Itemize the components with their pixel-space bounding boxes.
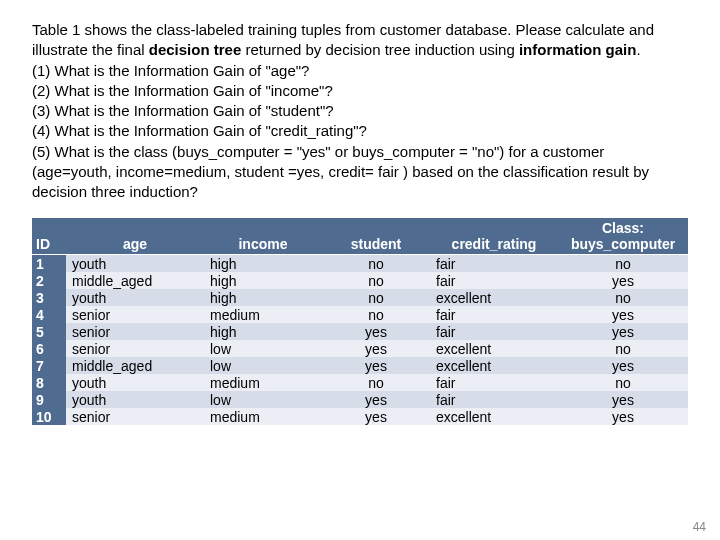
cell-income: medium [204,374,322,391]
cell-income: low [204,357,322,374]
cell-credit: fair [430,374,558,391]
cell-id: 6 [32,340,66,357]
cell-credit: fair [430,255,558,273]
cell-class: no [558,289,688,306]
cell-income: low [204,391,322,408]
cell-age: senior [66,408,204,425]
header-class: Class: buys_computer [558,218,688,255]
cell-student: no [322,255,430,273]
header-age: age [66,218,204,255]
cell-student: no [322,374,430,391]
cell-age: senior [66,306,204,323]
header-id: ID [32,218,66,255]
cell-income: high [204,255,322,273]
cell-id: 5 [32,323,66,340]
cell-student: no [322,289,430,306]
cell-class: yes [558,306,688,323]
intro-part-e: . [636,41,640,58]
cell-income: medium [204,408,322,425]
cell-income: high [204,272,322,289]
intro-bold-2: information gain [519,41,637,58]
cell-age: youth [66,374,204,391]
cell-age: youth [66,391,204,408]
cell-age: senior [66,340,204,357]
cell-credit: fair [430,272,558,289]
cell-class: yes [558,272,688,289]
question-4: (4) What is the Information Gain of "cre… [32,121,688,141]
cell-credit: excellent [430,408,558,425]
cell-class: no [558,340,688,357]
cell-income: high [204,289,322,306]
table-row: 4seniormediumnofairyes [32,306,688,323]
cell-class: yes [558,357,688,374]
table-row: 1youthhighnofairno [32,255,688,273]
table-row: 7middle_agedlowyesexcellentyes [32,357,688,374]
question-5: (5) What is the class (buys_computer = "… [32,142,688,203]
table-row: 6seniorlowyesexcellentno [32,340,688,357]
cell-credit: excellent [430,357,558,374]
header-class-line1: Class: [602,220,644,236]
page-number: 44 [693,520,706,534]
cell-age: senior [66,323,204,340]
cell-id: 9 [32,391,66,408]
header-credit: credit_rating [430,218,558,255]
cell-id: 1 [32,255,66,273]
cell-id: 2 [32,272,66,289]
question-1: (1) What is the Information Gain of "age… [32,61,688,81]
cell-credit: fair [430,391,558,408]
cell-id: 4 [32,306,66,323]
cell-id: 7 [32,357,66,374]
cell-class: yes [558,323,688,340]
cell-student: yes [322,357,430,374]
cell-age: youth [66,289,204,306]
cell-class: no [558,255,688,273]
table-row: 9youthlowyesfairyes [32,391,688,408]
cell-class: yes [558,408,688,425]
data-table: ID age income student credit_rating Clas… [32,218,688,425]
cell-age: middle_aged [66,272,204,289]
cell-income: medium [204,306,322,323]
cell-credit: fair [430,306,558,323]
table-row: 10seniormediumyesexcellentyes [32,408,688,425]
cell-id: 3 [32,289,66,306]
cell-age: youth [66,255,204,273]
cell-student: no [322,306,430,323]
header-student: student [322,218,430,255]
cell-credit: fair [430,323,558,340]
intro-part-c: returned by decision tree induction usin… [241,41,519,58]
cell-student: yes [322,340,430,357]
cell-credit: excellent [430,289,558,306]
header-income: income [204,218,322,255]
cell-student: yes [322,323,430,340]
cell-age: middle_aged [66,357,204,374]
table-row: 8youthmediumnofairno [32,374,688,391]
cell-income: low [204,340,322,357]
question-3: (3) What is the Information Gain of "stu… [32,101,688,121]
intro-bold-1: decision tree [149,41,242,58]
question-2: (2) What is the Information Gain of "inc… [32,81,688,101]
cell-credit: excellent [430,340,558,357]
cell-student: no [322,272,430,289]
question-block: Table 1 shows the class-labeled training… [32,20,688,202]
cell-class: yes [558,391,688,408]
table-row: 5seniorhighyesfairyes [32,323,688,340]
header-class-line2: buys_computer [571,236,675,252]
cell-id: 10 [32,408,66,425]
table-row: 2middle_agedhighnofairyes [32,272,688,289]
cell-income: high [204,323,322,340]
cell-student: yes [322,408,430,425]
cell-class: no [558,374,688,391]
cell-id: 8 [32,374,66,391]
table-row: 3youthhighnoexcellentno [32,289,688,306]
cell-student: yes [322,391,430,408]
